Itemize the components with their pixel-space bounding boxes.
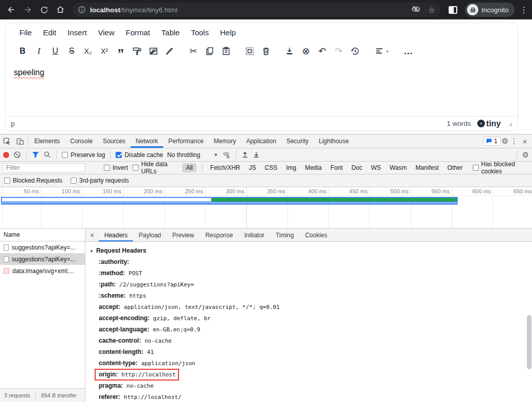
clear-network-log-button[interactable] — [13, 151, 21, 159]
devtools-menu-button[interactable]: ⋮ — [509, 137, 519, 146]
detail-tab-cookies[interactable]: Cookies — [299, 229, 332, 241]
delete-button[interactable] — [258, 43, 274, 59]
request-row-selected[interactable]: suggestions?apiKey=... — [0, 253, 85, 265]
tab-memory[interactable]: Memory — [209, 135, 241, 148]
tab-console[interactable]: Console — [65, 135, 98, 148]
tiny-logo[interactable]: tiny — [477, 119, 501, 128]
menu-tools[interactable]: Tools — [186, 26, 213, 39]
filter-type-js[interactable]: JS — [247, 163, 258, 172]
detail-tab-response[interactable]: Response — [199, 229, 238, 241]
cut-button[interactable]: ✂ — [186, 43, 201, 59]
filter-type-ws[interactable]: WS — [369, 163, 383, 172]
password-eye-off-icon[interactable] — [411, 5, 421, 15]
issues-counter[interactable]: 1 — [483, 137, 501, 146]
filter-type-fetch-xhr[interactable]: Fetch/XHR — [208, 163, 242, 172]
inspect-element-button[interactable] — [0, 135, 13, 148]
menu-table[interactable]: Table — [157, 26, 184, 39]
hide-data-urls-checkbox[interactable]: Hide data URLs — [132, 161, 178, 175]
word-count[interactable]: 1 words — [447, 120, 471, 127]
home-button[interactable] — [53, 3, 68, 17]
filter-type-other[interactable]: Other — [446, 163, 465, 172]
tab-security[interactable]: Security — [281, 135, 314, 148]
blocked-requests-checkbox[interactable]: Blocked Requests — [4, 177, 62, 184]
menu-insert[interactable]: Insert — [63, 26, 92, 39]
redo-button[interactable]: ↷ — [331, 43, 346, 59]
network-conditions-icon[interactable] — [222, 151, 231, 159]
resize-handle-icon[interactable] — [507, 121, 513, 126]
disable-cache-checkbox[interactable]: Disable cache — [116, 151, 163, 159]
filter-type-img[interactable]: Img — [284, 163, 298, 172]
device-toolbar-button[interactable] — [13, 135, 27, 148]
has-blocked-cookies-checkbox[interactable]: Has blocked cookies — [473, 161, 529, 175]
preserve-log-checkbox[interactable]: Preserve log — [62, 151, 105, 159]
devtools-close-button[interactable]: × — [520, 137, 530, 146]
detail-tab-initiator[interactable]: Initiator — [238, 229, 270, 241]
menu-edit[interactable]: Edit — [38, 26, 61, 39]
superscript-button[interactable]: X² — [97, 43, 112, 59]
misspelled-word[interactable]: speeling — [14, 68, 45, 77]
close-detail-button[interactable]: × — [85, 231, 99, 239]
tab-network[interactable]: Network — [130, 135, 163, 148]
permanent-pen-button[interactable] — [162, 43, 178, 59]
export-har-icon[interactable] — [253, 151, 260, 159]
menu-view[interactable]: View — [94, 26, 119, 39]
back-button[interactable] — [4, 3, 18, 17]
detail-tab-payload[interactable]: Payload — [133, 229, 166, 241]
image-button[interactable] — [146, 43, 161, 59]
filter-type-wasm[interactable]: Wasm — [388, 163, 409, 172]
import-har-icon[interactable] — [241, 151, 249, 159]
select-all-button[interactable] — [242, 43, 257, 59]
detail-tab-preview[interactable]: Preview — [167, 229, 200, 241]
address-bar[interactable]: localhost/tinymce/tiny6.html ☆ — [73, 3, 440, 17]
paste-button[interactable] — [218, 43, 234, 59]
detail-tab-headers[interactable]: Headers — [99, 229, 133, 241]
request-row[interactable]: data:image/svg+xml;... — [0, 265, 85, 277]
side-panel-button[interactable] — [446, 3, 460, 17]
search-icon[interactable] — [43, 151, 51, 159]
filter-type-css[interactable]: CSS — [263, 163, 280, 172]
filter-type-manifest[interactable]: Manifest — [413, 163, 440, 172]
underline-button[interactable]: U — [48, 43, 63, 59]
element-path[interactable]: p — [11, 120, 15, 128]
request-headers-title[interactable]: ▼Request Headers — [85, 245, 532, 256]
browser-menu-button[interactable]: ⋮ — [520, 5, 528, 15]
filter-funnel-icon[interactable] — [32, 151, 39, 159]
filter-input[interactable] — [3, 163, 85, 172]
throttling-select[interactable]: No throttling ▼ — [167, 151, 218, 159]
bold-button[interactable]: B — [15, 43, 30, 59]
more-button[interactable]: … — [401, 43, 416, 59]
devtools-settings-button[interactable]: ⚙ — [502, 137, 508, 146]
restore-draft-button[interactable] — [347, 43, 363, 59]
record-network-log-button[interactable] — [3, 152, 9, 158]
request-list-header[interactable]: Name — [0, 229, 85, 241]
site-info-icon[interactable] — [78, 6, 86, 14]
align-button[interactable]: ▾ — [371, 43, 392, 59]
download-button[interactable] — [282, 43, 297, 59]
reload-button[interactable] — [37, 3, 51, 17]
filter-type-all[interactable]: All — [182, 163, 196, 172]
invert-checkbox[interactable]: Invert — [104, 164, 128, 171]
filter-type-doc[interactable]: Doc — [349, 163, 364, 172]
format-painter-button[interactable] — [129, 43, 145, 59]
undo-button[interactable]: ↶ — [315, 43, 330, 59]
forward-button[interactable] — [20, 3, 35, 17]
tab-elements[interactable]: Elements — [29, 135, 65, 148]
editor-content[interactable]: speeling — [6, 62, 518, 116]
subscript-button[interactable]: X₂ — [80, 43, 96, 59]
tab-application[interactable]: Application — [241, 135, 281, 148]
request-row[interactable]: suggestions?apiKey=... — [0, 241, 85, 253]
tab-performance[interactable]: Performance — [163, 135, 209, 148]
tab-lighthouse[interactable]: Lighthouse — [314, 135, 354, 148]
scrollbar-thumb[interactable] — [527, 315, 531, 369]
tab-sources[interactable]: Sources — [98, 135, 130, 148]
cancel-button[interactable]: ⊗ — [298, 43, 314, 59]
italic-button[interactable]: I — [31, 43, 47, 59]
network-settings-button[interactable]: ⚙ — [522, 150, 529, 160]
third-party-requests-checkbox[interactable]: 3rd-party requests — [71, 177, 129, 184]
copy-button[interactable] — [202, 43, 217, 59]
menu-help[interactable]: Help — [215, 26, 240, 39]
filter-type-font[interactable]: Font — [328, 163, 345, 172]
filter-type-media[interactable]: Media — [303, 163, 324, 172]
menu-format[interactable]: Format — [121, 26, 155, 39]
blockquote-button[interactable]: ” — [113, 43, 128, 59]
